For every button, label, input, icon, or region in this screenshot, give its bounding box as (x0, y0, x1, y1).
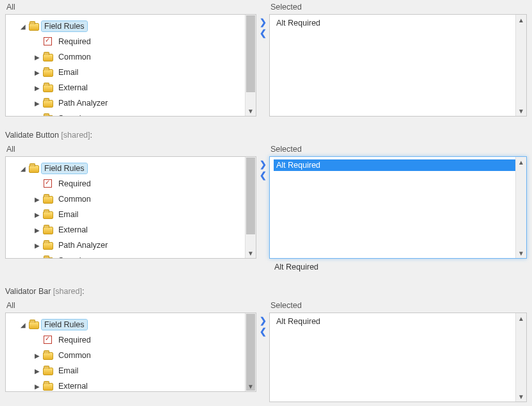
expander-closed-icon[interactable]: ▶ (34, 54, 40, 61)
required-icon (43, 336, 53, 345)
selected-list[interactable]: Alt Required▲▼ (269, 14, 527, 117)
tree-node-label[interactable]: Path Analyzer (56, 98, 110, 108)
tree-node-label[interactable]: Required (56, 37, 94, 47)
tree-node[interactable]: Required (11, 176, 253, 191)
tree-node-label[interactable]: Sample (56, 113, 88, 116)
tree-node-label[interactable]: Common (56, 52, 94, 62)
scroll-up-icon[interactable]: ▲ (516, 313, 526, 323)
expander-closed-icon[interactable]: ▶ (34, 69, 40, 76)
expander-closed-icon[interactable]: ▶ (34, 242, 40, 249)
tree-node[interactable]: ▶Sample (11, 111, 253, 116)
selected-list[interactable]: Alt Required▲▼ (269, 313, 527, 402)
selected-list[interactable]: Alt Required▲▼ (269, 156, 527, 259)
scroll-down-icon[interactable]: ▼ (245, 381, 256, 391)
tree-node-label[interactable]: Email (56, 366, 81, 376)
expander-closed-icon[interactable]: ▶ (34, 257, 40, 259)
tree-node-label[interactable]: External (56, 381, 90, 391)
tree-node[interactable]: ▶Email (11, 207, 253, 222)
tree-node[interactable]: ▶Path Analyzer (11, 95, 253, 111)
tree-node[interactable]: ▶Common (11, 348, 253, 363)
tree-node[interactable]: Required (11, 332, 253, 348)
folder-icon (29, 22, 39, 31)
scroll-down-icon[interactable]: ▼ (516, 106, 526, 116)
tree-node-label[interactable]: Email (56, 209, 81, 220)
expander-open-icon[interactable]: ◢ (20, 165, 26, 172)
tree-node-label[interactable]: External (56, 83, 90, 93)
tree-node[interactable]: ▶External (11, 378, 253, 391)
scrollbar[interactable]: ▲▼ (515, 313, 526, 402)
expander-open-icon[interactable]: ◢ (20, 321, 26, 329)
tree-node-label[interactable]: Common (56, 194, 94, 204)
expander-closed-icon[interactable]: ▶ (34, 383, 40, 390)
scrollbar-thumb[interactable] (246, 314, 255, 391)
list-item[interactable]: Alt Required (274, 17, 522, 29)
tree-node[interactable]: ▶Email (11, 363, 253, 378)
scrollbar-thumb[interactable] (246, 15, 255, 92)
move-right-button[interactable]: ❯ (260, 17, 267, 28)
scrollbar[interactable]: ▲▼ (515, 15, 526, 116)
move-left-button[interactable]: ❮ (260, 170, 267, 181)
scroll-down-icon[interactable]: ▼ (245, 248, 256, 258)
tree-node[interactable]: ▶Sample (11, 253, 253, 258)
all-label: All (5, 298, 256, 313)
tree-root-node[interactable]: ◢Field Rules (11, 161, 253, 176)
expander-closed-icon[interactable]: ▶ (34, 85, 40, 92)
folder-icon (43, 366, 53, 375)
tree-node-label[interactable]: Required (56, 335, 94, 345)
all-label: All (5, 0, 256, 14)
tree-root-node[interactable]: ◢Field Rules (11, 19, 253, 34)
folder-icon (43, 225, 53, 234)
list-item[interactable]: Alt Required (274, 316, 522, 327)
tree-node[interactable]: ▶Path Analyzer (11, 238, 253, 253)
tree-node-label[interactable]: External (56, 225, 90, 235)
folder-icon (43, 53, 53, 61)
expander-closed-icon[interactable]: ▶ (34, 100, 40, 107)
scroll-down-icon[interactable]: ▼ (245, 106, 256, 116)
scroll-down-icon[interactable]: ▼ (516, 391, 526, 402)
tree-node-label[interactable]: Common (56, 350, 94, 361)
tree-panel[interactable]: ◢Field RulesRequired▶Common▶Email▶Extern… (5, 313, 256, 392)
move-right-button[interactable]: ❯ (260, 159, 267, 170)
scroll-down-icon[interactable]: ▼ (516, 248, 526, 258)
tree-root-label[interactable]: Field Rules (42, 320, 87, 330)
tree-panel[interactable]: ◢Field RulesRequired▶Common▶Email▶Extern… (5, 156, 256, 259)
tree-node[interactable]: ▶External (11, 80, 253, 95)
tree-node-label[interactable]: Path Analyzer (56, 240, 110, 250)
expander-open-icon[interactable]: ◢ (20, 23, 26, 30)
section-title-text: Validate Button (5, 131, 59, 140)
tree-node[interactable]: Required (11, 34, 253, 49)
move-right-button[interactable]: ❯ (260, 315, 267, 326)
scroll-up-icon[interactable]: ▲ (516, 15, 526, 25)
tree-root-label[interactable]: Field Rules (42, 163, 87, 174)
tree-panel[interactable]: ◢Field RulesRequired▶Common▶Email▶Extern… (5, 14, 256, 117)
expander-closed-icon[interactable]: ▶ (34, 211, 40, 218)
expander-closed-icon[interactable]: ▶ (34, 115, 40, 117)
scrollbar-thumb[interactable] (246, 158, 255, 234)
tree-node-label[interactable]: Email (56, 67, 81, 77)
tree-node[interactable]: ▶Common (11, 191, 253, 207)
scrollbar[interactable]: ▼ (245, 15, 256, 116)
tree-node-label[interactable]: Required (56, 179, 94, 189)
tree-root-node[interactable]: ◢Field Rules (11, 317, 253, 332)
tree-node-label[interactable]: Sample (56, 256, 88, 258)
expander-closed-icon[interactable]: ▶ (34, 352, 40, 359)
folder-icon (43, 351, 53, 360)
tree-root-label[interactable]: Field Rules (42, 21, 87, 31)
tree-node[interactable]: ▶External (11, 222, 253, 238)
expander-closed-icon[interactable]: ▶ (34, 227, 40, 234)
expander-closed-icon[interactable]: ▶ (34, 368, 40, 375)
scroll-up-icon[interactable]: ▲ (516, 157, 526, 167)
tree-node[interactable]: ▶Common (11, 49, 253, 65)
scrollbar[interactable]: ▲▼ (515, 157, 526, 258)
folder-icon (43, 241, 53, 250)
move-left-button[interactable]: ❮ (260, 28, 267, 38)
expander-closed-icon[interactable]: ▶ (34, 196, 40, 203)
scrollbar[interactable]: ▼ (245, 313, 256, 391)
folder-icon (29, 164, 39, 173)
tree-node[interactable]: ▶Email (11, 65, 253, 80)
scrollbar[interactable]: ▼ (245, 157, 256, 258)
folder-icon (43, 83, 53, 92)
folder-icon (43, 210, 53, 219)
move-left-button[interactable]: ❮ (260, 326, 267, 337)
list-item[interactable]: Alt Required (274, 159, 522, 171)
